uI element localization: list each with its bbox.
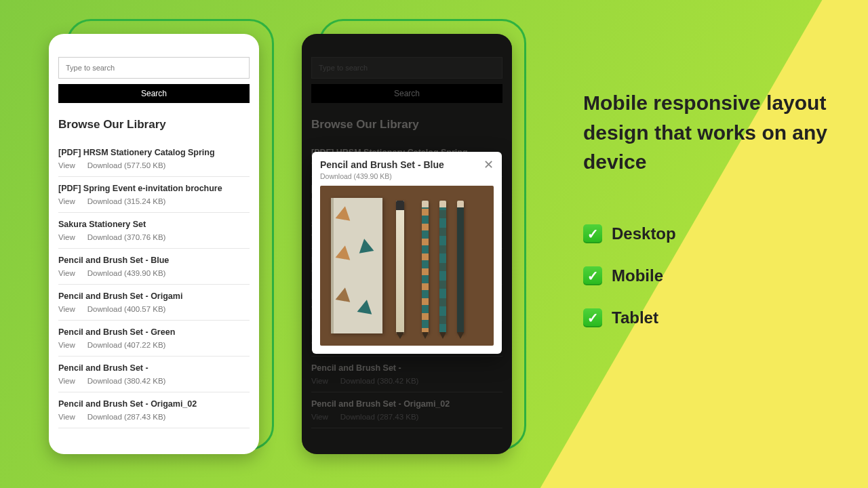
view-link[interactable]: View bbox=[58, 305, 75, 313]
preview-image bbox=[320, 186, 494, 346]
brush-graphic bbox=[396, 201, 404, 333]
list-item: [PDF] HRSM Stationery Catalog Spring Vie… bbox=[58, 141, 250, 177]
item-title: Pencil and Brush Set - Origami_02 bbox=[58, 399, 250, 409]
view-link[interactable]: View bbox=[58, 197, 75, 205]
modal-download-link[interactable]: Download (439.90 KB) bbox=[320, 172, 494, 180]
promo-canvas: Search Browse Our Library [PDF] HRSM Sta… bbox=[0, 0, 868, 488]
modal-title: Pencil and Brush Set - Blue bbox=[320, 159, 444, 170]
search-input[interactable] bbox=[59, 58, 249, 78]
feature-item: ✓ Tablet bbox=[583, 308, 834, 327]
view-link[interactable]: View bbox=[58, 161, 75, 169]
crane-icon bbox=[335, 205, 352, 222]
list-item: Sakura Stationery Set ViewDownload (370.… bbox=[58, 213, 250, 249]
crane-icon bbox=[357, 237, 374, 254]
list-item: Pencil and Brush Set - ViewDownload (380… bbox=[58, 357, 250, 392]
feature-list: ✓ Desktop ✓ Mobile ✓ Tablet bbox=[583, 224, 834, 327]
feature-item: ✓ Mobile bbox=[583, 266, 834, 285]
checkmark-icon: ✓ bbox=[583, 308, 602, 327]
crane-icon bbox=[335, 286, 352, 303]
view-link[interactable]: View bbox=[58, 341, 75, 349]
item-title: Sakura Stationery Set bbox=[58, 220, 250, 229]
phone-light: Search Browse Our Library [PDF] HRSM Sta… bbox=[49, 34, 259, 454]
download-link[interactable]: Download (407.22 KB) bbox=[87, 341, 166, 349]
view-link[interactable]: View bbox=[58, 233, 75, 241]
list-item: Pencil and Brush Set - Blue ViewDownload… bbox=[58, 249, 250, 285]
phone-dark: Search Browse Our Library [PDF] HRSM Sta… bbox=[302, 34, 512, 454]
view-link[interactable]: View bbox=[58, 377, 75, 385]
feature-label: Tablet bbox=[612, 308, 658, 327]
feature-label: Mobile bbox=[612, 266, 663, 285]
crane-icon bbox=[357, 298, 374, 315]
item-title: [PDF] Spring Event e-invitation brochure bbox=[58, 184, 250, 193]
list-item: Pencil and Brush Set - Origami ViewDownl… bbox=[58, 285, 250, 321]
feature-item: ✓ Desktop bbox=[583, 224, 834, 243]
download-link[interactable]: Download (577.50 KB) bbox=[87, 161, 166, 169]
download-link[interactable]: Download (315.24 KB) bbox=[87, 197, 166, 205]
item-title: Pencil and Brush Set - Blue bbox=[58, 256, 250, 265]
checkmark-icon: ✓ bbox=[583, 266, 602, 285]
preview-modal: Pencil and Brush Set - Blue ✕ Download (… bbox=[312, 152, 502, 354]
pencil-graphic bbox=[422, 201, 429, 333]
download-link[interactable]: Download (400.57 KB) bbox=[87, 305, 166, 313]
download-link[interactable]: Download (439.90 KB) bbox=[87, 269, 166, 277]
library-heading: Browse Our Library bbox=[58, 118, 250, 131]
headline-text: Mobile responsive layout design that wor… bbox=[583, 88, 834, 177]
pencil-graphic bbox=[439, 201, 446, 333]
item-title: Pencil and Brush Set - bbox=[58, 363, 250, 373]
list-item: Pencil and Brush Set - Origami_02 ViewDo… bbox=[58, 392, 250, 428]
list-item: [PDF] Spring Event e-invitation brochure… bbox=[58, 177, 250, 213]
crane-icon bbox=[335, 244, 352, 261]
search-button[interactable]: Search bbox=[58, 84, 250, 103]
item-title: Pencil and Brush Set - Origami bbox=[58, 291, 250, 301]
pencil-graphic bbox=[457, 201, 464, 333]
download-link[interactable]: Download (287.43 KB) bbox=[87, 413, 166, 421]
library-list: [PDF] HRSM Stationery Catalog Spring Vie… bbox=[49, 141, 259, 428]
search-field-wrap bbox=[58, 57, 250, 79]
checkmark-icon: ✓ bbox=[583, 224, 602, 243]
view-link[interactable]: View bbox=[58, 413, 75, 421]
item-title: Pencil and Brush Set - Green bbox=[58, 327, 250, 337]
list-item: Pencil and Brush Set - Green ViewDownloa… bbox=[58, 321, 250, 357]
feature-label: Desktop bbox=[612, 224, 676, 243]
close-icon[interactable]: ✕ bbox=[484, 159, 494, 171]
view-link[interactable]: View bbox=[58, 269, 75, 277]
item-title: [PDF] HRSM Stationery Catalog Spring bbox=[58, 148, 250, 157]
download-link[interactable]: Download (380.42 KB) bbox=[87, 377, 166, 385]
marketing-copy: Mobile responsive layout design that wor… bbox=[583, 88, 834, 350]
download-link[interactable]: Download (370.76 KB) bbox=[87, 233, 166, 241]
